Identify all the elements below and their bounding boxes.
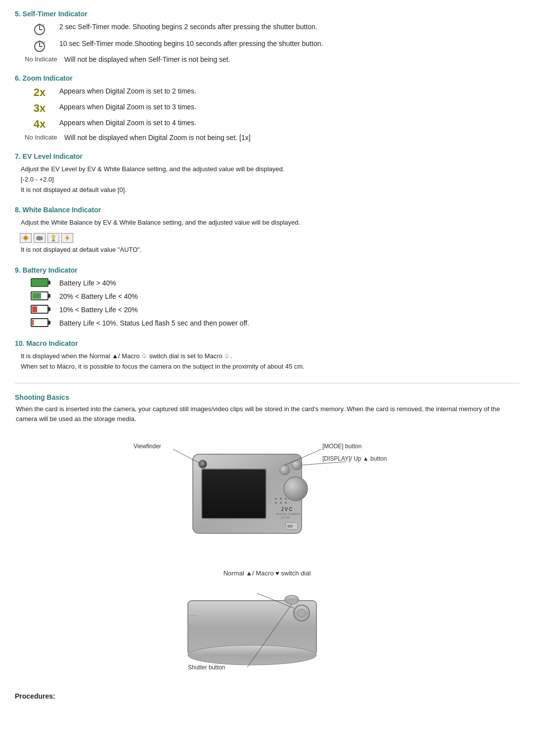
battery-full-icon bbox=[25, 278, 54, 287]
svg-text:[MODE] button: [MODE] button bbox=[322, 443, 361, 450]
timer-2sec-icon: 2 bbox=[25, 22, 54, 36]
section-ev-level: 7. EV Level Indicator Adjust the EV Leve… bbox=[15, 152, 519, 195]
svg-rect-22 bbox=[52, 240, 55, 241]
camera-side-svg: Shutter button bbox=[148, 581, 386, 680]
svg-point-51 bbox=[298, 609, 306, 617]
section-zoom: 6. Zoom Indicator 2x Appears when Digita… bbox=[15, 74, 519, 142]
section-shooting-basics: Shooting Basics When the card is inserte… bbox=[15, 393, 519, 682]
svg-rect-21 bbox=[52, 238, 54, 240]
svg-text:DIGITAL CAMERA: DIGITAL CAMERA bbox=[276, 513, 301, 516]
zoom-2x-icon: 2x bbox=[25, 86, 54, 99]
svg-point-48 bbox=[188, 645, 316, 665]
section-title-self-timer: 5. Self-Timer Indicator bbox=[15, 10, 519, 18]
switch-dial-label: Normal ▲/ Macro ♥ switch dial bbox=[15, 569, 519, 577]
timer-no-indicate-row: No Indicate Will not be displayed when S… bbox=[20, 55, 519, 63]
section-title-wb: 8. White Balance Indicator bbox=[15, 206, 519, 214]
svg-point-34 bbox=[280, 498, 282, 500]
shooting-basics-title: Shooting Basics bbox=[15, 393, 519, 401]
battery-full-row: Battery Life > 40% bbox=[20, 278, 519, 288]
timer-2sec-row: 2 2 sec Self-Timer mode. Shooting begins… bbox=[20, 22, 519, 36]
section-title-ev: 7. EV Level Indicator bbox=[15, 152, 519, 160]
svg-text:Shutter button: Shutter button bbox=[188, 664, 225, 671]
section-divider bbox=[15, 383, 519, 383]
battery-med-text: 20% < Battery Life < 40% bbox=[59, 291, 519, 302]
ev-body-text: Adjust the EV Level by EV & White Balanc… bbox=[20, 164, 519, 195]
camera-top-diagram: JVC DIGITAL CAMERA GC-A33 SD Viewfinder bbox=[15, 434, 519, 565]
zoom-no-indicate-row: No Indicate Will not be displayed when D… bbox=[20, 134, 519, 142]
zoom-4x-row: 4x Appears when Digital Zoom is set to 4… bbox=[20, 118, 519, 131]
camera-front-svg: JVC DIGITAL CAMERA GC-A33 SD Viewfinder bbox=[129, 434, 405, 563]
zoom-3x-row: 3x Appears when Digital Zoom is set to 3… bbox=[20, 102, 519, 115]
svg-point-37 bbox=[280, 502, 282, 504]
wb-icon-flash bbox=[61, 233, 73, 243]
battery-full-text: Battery Life > 40% bbox=[59, 278, 519, 288]
svg-text:JVC: JVC bbox=[281, 507, 293, 512]
battery-med-row: 20% < Battery Life < 40% bbox=[20, 291, 519, 302]
wb-icon-light bbox=[47, 233, 59, 243]
shooting-basics-body: When the card is inserted into the camer… bbox=[15, 404, 519, 425]
timer-no-indicate-label: No Indicate bbox=[25, 55, 64, 63]
zoom-4x-icon: 4x bbox=[25, 118, 54, 131]
svg-text:[DISPLAY]/ Up ▲ button: [DISPLAY]/ Up ▲ button bbox=[322, 455, 387, 462]
section-battery: 9. Battery Indicator Battery Life > 40% … bbox=[15, 266, 519, 329]
battery-low-icon bbox=[25, 305, 54, 314]
wb-footer-text: It is not displayed at default value "AU… bbox=[20, 245, 519, 255]
wb-body-text: Adjust the White Balance by EV & White B… bbox=[20, 218, 519, 228]
section-title-macro: 10. Macro Indicator bbox=[15, 339, 519, 347]
svg-point-36 bbox=[275, 502, 277, 504]
procedures-title: Procedures: bbox=[15, 692, 519, 700]
battery-med-icon bbox=[25, 291, 54, 300]
zoom-2x-row: 2x Appears when Digital Zoom is set to 2… bbox=[20, 86, 519, 99]
svg-point-19 bbox=[40, 236, 43, 239]
svg-text:SD: SD bbox=[287, 524, 293, 528]
camera-side-diagram: Shutter button bbox=[15, 581, 519, 681]
svg-rect-26 bbox=[202, 469, 266, 519]
svg-point-20 bbox=[51, 235, 55, 238]
battery-low-row: 10% < Battery Life < 20% bbox=[20, 305, 519, 315]
svg-line-45 bbox=[302, 462, 346, 465]
section-procedures: Procedures: bbox=[15, 692, 519, 700]
timer-no-indicate-text: Will not be displayed when Self-Timer is… bbox=[64, 55, 519, 63]
section-title-zoom: 6. Zoom Indicator bbox=[15, 74, 519, 82]
battery-empty-text: Battery Life < 10%. Status Led flash 5 s… bbox=[59, 318, 519, 329]
macro-body-text: It is displayed when the Normal ▲/ Macro… bbox=[20, 351, 519, 372]
svg-point-27 bbox=[284, 477, 308, 501]
zoom-no-indicate-label: No Indicate bbox=[25, 134, 64, 142]
zoom-no-indicate-text: Will not be displayed when Digital Zoom … bbox=[64, 134, 519, 142]
zoom-4x-text: Appears when Digital Zoom is set to 4 ti… bbox=[59, 118, 519, 128]
zoom-2x-text: Appears when Digital Zoom is set to 2 ti… bbox=[59, 86, 519, 96]
section-title-battery: 9. Battery Indicator bbox=[15, 266, 519, 274]
section-macro: 10. Macro Indicator It is displayed when… bbox=[15, 339, 519, 372]
timer-2sec-text: 2 sec Self-Timer mode. Shooting begins 2… bbox=[59, 22, 519, 32]
battery-empty-row: Battery Life < 10%. Status Led flash 5 s… bbox=[20, 318, 519, 329]
timer-10sec-text: 10 sec Self-Timer mode.Shooting begins 1… bbox=[59, 39, 519, 49]
svg-point-35 bbox=[285, 498, 287, 500]
svg-point-33 bbox=[275, 498, 277, 500]
zoom-3x-icon: 3x bbox=[25, 102, 54, 115]
svg-point-28 bbox=[280, 465, 290, 475]
svg-marker-23 bbox=[65, 235, 69, 241]
section-white-balance: 8. White Balance Indicator Adjust the Wh… bbox=[15, 206, 519, 255]
svg-text:10: 10 bbox=[42, 41, 45, 44]
svg-text:GC-A33: GC-A33 bbox=[281, 516, 290, 519]
svg-point-49 bbox=[285, 595, 299, 604]
svg-point-12 bbox=[24, 236, 28, 240]
wb-icons-row bbox=[20, 233, 519, 243]
svg-point-38 bbox=[285, 502, 287, 504]
wb-icon-cloud bbox=[34, 233, 45, 243]
svg-text:Viewfinder: Viewfinder bbox=[134, 443, 161, 450]
battery-empty-icon bbox=[25, 318, 54, 327]
timer-10sec-row: 10 10 sec Self-Timer mode.Shooting begin… bbox=[20, 39, 519, 52]
wb-icon-sun bbox=[20, 233, 32, 243]
timer-10sec-icon: 10 bbox=[25, 39, 54, 52]
svg-point-25 bbox=[199, 460, 207, 468]
battery-low-text: 10% < Battery Life < 20% bbox=[59, 305, 519, 315]
section-self-timer: 5. Self-Timer Indicator 2 2 sec Self-Tim… bbox=[15, 10, 519, 63]
svg-text:2: 2 bbox=[43, 23, 45, 28]
zoom-3x-text: Appears when Digital Zoom is set to 3 ti… bbox=[59, 102, 519, 112]
